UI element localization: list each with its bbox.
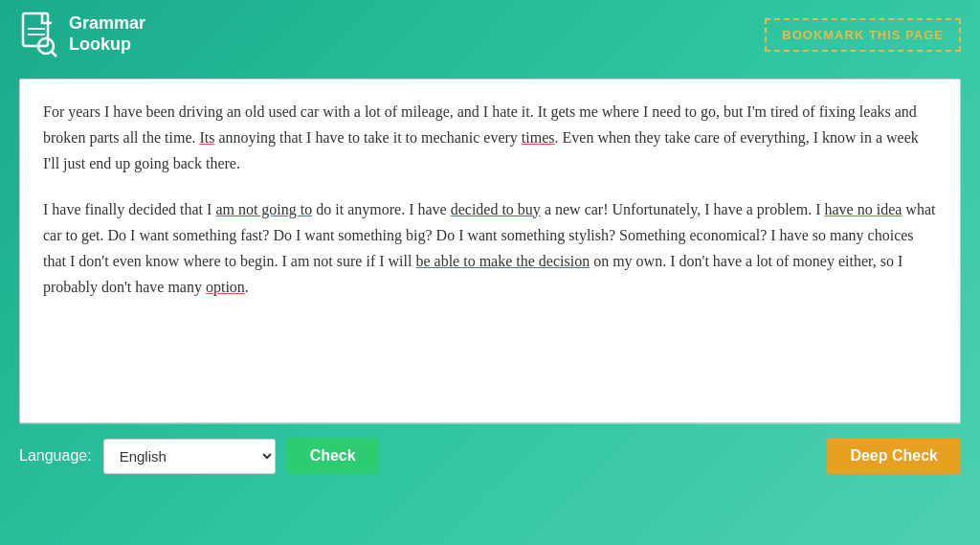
- error-have-no-idea: have no idea: [824, 201, 902, 217]
- controls-bar: Language: English French German Spanish …: [0, 424, 980, 488]
- error-its: Its: [200, 129, 215, 146]
- logo-text: Grammar Lookup: [69, 13, 145, 55]
- error-times: times: [522, 129, 555, 146]
- main-content: For years I have been driving an old use…: [19, 79, 961, 423]
- error-option: option: [206, 279, 245, 295]
- language-label: Language:: [19, 447, 92, 465]
- paragraph-1: For years I have been driving an old use…: [43, 99, 937, 177]
- check-button[interactable]: Check: [287, 438, 379, 474]
- phrase-am-not-going-to: am not going to: [215, 201, 312, 217]
- text-editor[interactable]: For years I have been driving an old use…: [19, 79, 961, 423]
- logo-area: Grammar Lookup: [19, 11, 145, 57]
- header: Grammar Lookup BOOKMARK THIS PAGE: [0, 0, 980, 69]
- phrase-decided-to-buy: decided to buy: [451, 201, 541, 217]
- language-select[interactable]: English French German Spanish Portuguese: [103, 439, 276, 474]
- logo-icon: [19, 11, 59, 57]
- phrase-be-able-to-make: be able to make the decision: [415, 253, 590, 269]
- svg-line-4: [52, 52, 56, 57]
- paragraph-2: I have finally decided that I am not goi…: [43, 196, 937, 301]
- deep-check-button[interactable]: Deep Check: [827, 438, 961, 474]
- bookmark-button[interactable]: BOOKMARK THIS PAGE: [765, 18, 961, 52]
